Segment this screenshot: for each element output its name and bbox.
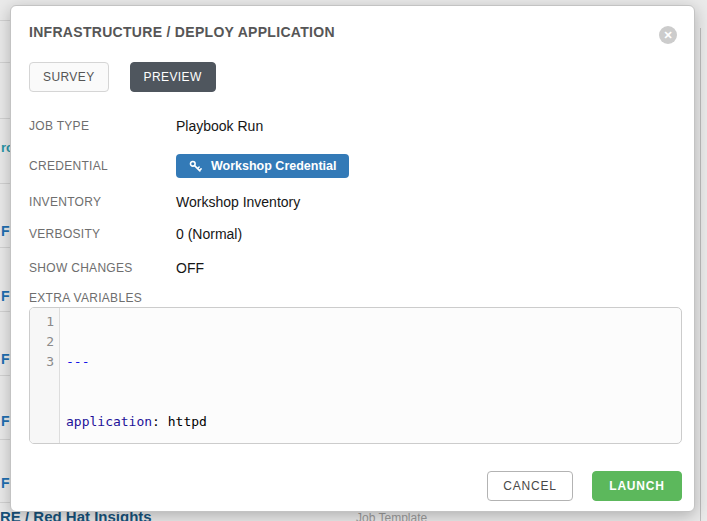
close-glyph: ✕ bbox=[663, 29, 672, 42]
bg-row-divider bbox=[0, 247, 10, 248]
yaml-doc-start-token: --- bbox=[66, 354, 89, 369]
yaml-value-token: : httpd bbox=[152, 414, 207, 429]
bg-row-divider bbox=[0, 183, 10, 184]
inventory-label: INVENTORY bbox=[29, 195, 176, 209]
bg-text-fragment: F bbox=[1, 223, 10, 239]
row-credential: CREDENTIAL Workshop Credential bbox=[29, 154, 682, 178]
code-line: application: httpd bbox=[66, 412, 681, 432]
launch-button[interactable]: LAUNCH bbox=[592, 471, 682, 501]
editor-code-area[interactable]: --- application: httpd bbox=[60, 308, 681, 443]
bg-panel-edge bbox=[700, 28, 701, 521]
verbosity-value: 0 (Normal) bbox=[176, 226, 242, 242]
row-show-changes: SHOW CHANGES OFF bbox=[29, 259, 682, 277]
bg-text-fragment: F bbox=[1, 413, 10, 429]
show-changes-label: SHOW CHANGES bbox=[29, 261, 176, 275]
yaml-key-token: application bbox=[66, 414, 152, 429]
bg-row-divider bbox=[0, 20, 10, 21]
job-type-value: Playbook Run bbox=[176, 118, 263, 134]
editor-line-numbers: 1 2 3 bbox=[30, 308, 60, 443]
row-inventory: INVENTORY Workshop Inventory bbox=[29, 193, 682, 211]
inventory-value: Workshop Inventory bbox=[176, 194, 300, 210]
extra-variables-editor[interactable]: 1 2 3 --- application: httpd bbox=[29, 307, 682, 444]
tab-survey[interactable]: SURVEY bbox=[29, 62, 109, 92]
close-icon[interactable]: ✕ bbox=[659, 26, 677, 44]
bg-text-fragment: F bbox=[1, 288, 10, 304]
extra-variables-label: EXTRA VARIABLES bbox=[29, 291, 682, 305]
modal-footer: CANCEL LAUNCH bbox=[29, 471, 682, 501]
credential-label: CREDENTIAL bbox=[29, 159, 176, 173]
job-type-label: JOB TYPE bbox=[29, 119, 176, 133]
verbosity-label: VERBOSITY bbox=[29, 227, 176, 241]
bg-text-fragment: F bbox=[1, 351, 10, 367]
modal-tabs: SURVEY PREVIEW bbox=[29, 62, 682, 92]
bg-row-divider bbox=[0, 118, 10, 119]
line-number: 2 bbox=[30, 332, 54, 352]
bg-template-type-label: Job Template bbox=[356, 511, 427, 521]
cancel-button[interactable]: CANCEL bbox=[487, 471, 573, 501]
show-changes-value: OFF bbox=[176, 260, 204, 276]
bg-row-divider bbox=[0, 62, 10, 63]
code-line: --- bbox=[66, 352, 681, 372]
job-details: JOB TYPE Playbook Run CREDENTIAL Worksho… bbox=[29, 117, 682, 277]
key-icon bbox=[189, 160, 202, 173]
credential-chip-label: Workshop Credential bbox=[211, 159, 336, 173]
line-number: 3 bbox=[30, 352, 54, 372]
row-verbosity: VERBOSITY 0 (Normal) bbox=[29, 225, 682, 243]
bg-text-fragment: F bbox=[1, 475, 10, 491]
bg-row-divider bbox=[0, 439, 10, 440]
bg-row-divider bbox=[0, 311, 10, 312]
line-number: 1 bbox=[30, 312, 54, 332]
deploy-application-modal: INFRASTRUCTURE / DEPLOY APPLICATION ✕ SU… bbox=[10, 5, 695, 512]
modal-title: INFRASTRUCTURE / DEPLOY APPLICATION bbox=[29, 24, 682, 40]
bg-row-divider bbox=[0, 502, 10, 503]
tab-preview[interactable]: PREVIEW bbox=[130, 62, 216, 92]
row-job-type: JOB TYPE Playbook Run bbox=[29, 117, 682, 135]
credential-chip[interactable]: Workshop Credential bbox=[176, 154, 349, 178]
bg-row-divider bbox=[0, 375, 10, 376]
